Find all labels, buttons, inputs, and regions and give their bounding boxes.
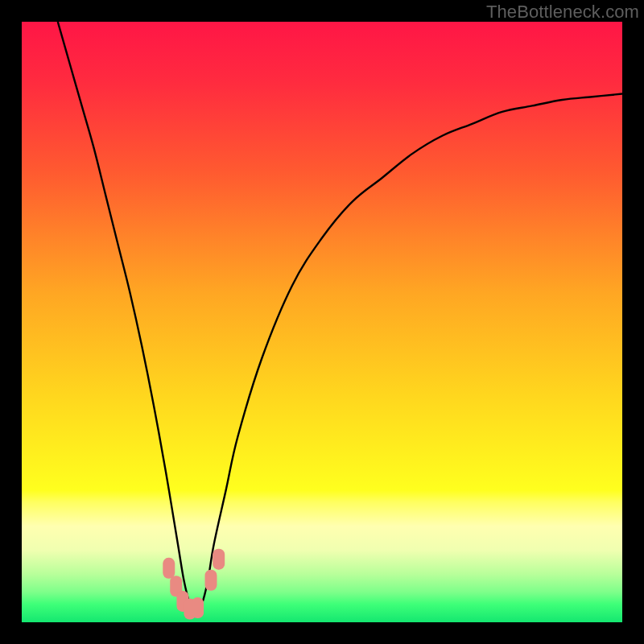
marker-dot (163, 558, 175, 579)
curve-layer (22, 22, 622, 622)
bottleneck-curve (58, 22, 622, 617)
marker-dot (192, 597, 204, 618)
marker-dot (213, 549, 225, 570)
watermark-text: TheBottleneck.com (486, 2, 639, 23)
curve-markers (163, 549, 225, 620)
marker-dot (204, 570, 217, 591)
plot-area (22, 22, 622, 622)
chart-frame: TheBottleneck.com (0, 0, 644, 644)
